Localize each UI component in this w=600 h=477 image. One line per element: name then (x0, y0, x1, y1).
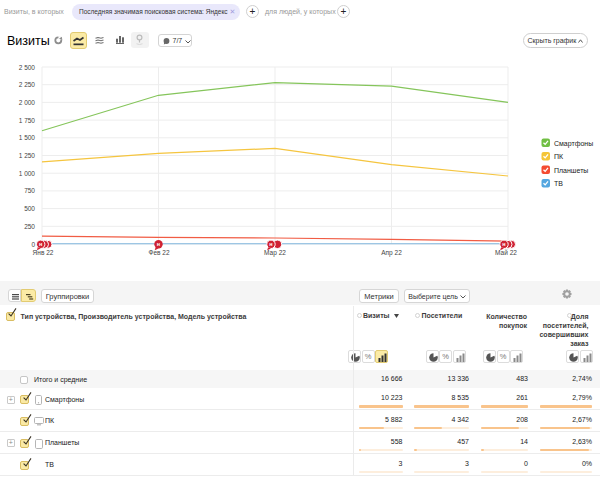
svg-text:н: н (157, 241, 160, 247)
svg-text:1 750: 1 750 (19, 117, 36, 124)
svg-text:250: 250 (24, 223, 35, 230)
svg-text:2 250: 2 250 (19, 81, 36, 88)
svg-text:ПК: ПК (554, 153, 564, 160)
svg-text:ТВ: ТВ (554, 180, 563, 187)
svg-text:0: 0 (31, 241, 35, 248)
svg-text:2 500: 2 500 (19, 64, 36, 71)
svg-text:1 500: 1 500 (19, 134, 36, 141)
svg-text:2 000: 2 000 (19, 99, 36, 106)
svg-text:500: 500 (24, 205, 35, 212)
svg-text:1 000: 1 000 (19, 170, 36, 177)
svg-text:Апр 22: Апр 22 (381, 249, 402, 257)
svg-text:н: н (39, 241, 42, 247)
svg-text:н: н (502, 241, 505, 247)
svg-text:н: н (269, 241, 272, 247)
svg-text:750: 750 (24, 187, 35, 194)
svg-text:1 250: 1 250 (19, 152, 36, 159)
svg-text:Май 22: Май 22 (495, 249, 517, 256)
svg-text:Фев 22: Фев 22 (148, 249, 169, 256)
svg-text:Смартфоны: Смартфоны (554, 140, 593, 148)
svg-text:Янв 22: Янв 22 (33, 249, 54, 256)
svg-text:Планшеты: Планшеты (554, 167, 588, 174)
